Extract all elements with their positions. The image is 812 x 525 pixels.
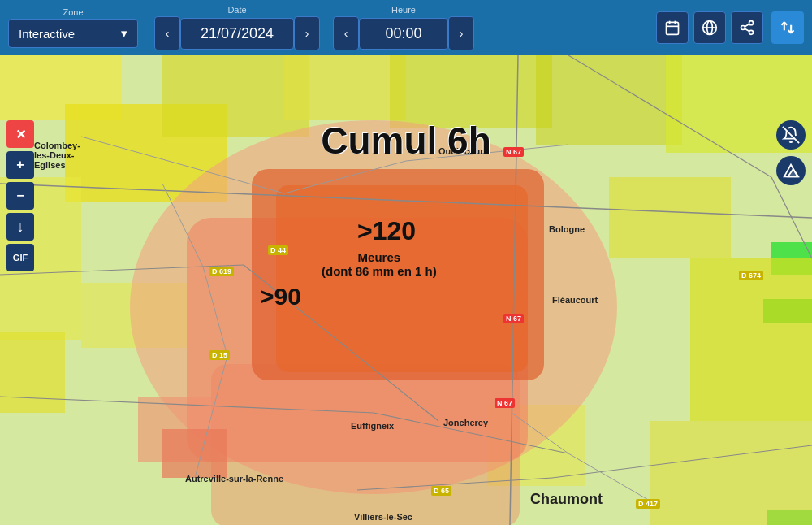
svg-line-10: [745, 28, 749, 31]
svg-rect-36: [162, 429, 227, 478]
date-nav: ‹ 21/07/2024 ›: [154, 16, 320, 50]
calendar-button[interactable]: [656, 11, 689, 44]
svg-rect-26: [609, 177, 731, 258]
date-display: 21/07/2024: [180, 18, 294, 50]
header-actions: [656, 11, 804, 44]
swap-button[interactable]: [771, 11, 804, 44]
zoom-in-button[interactable]: +: [6, 151, 34, 179]
svg-rect-16: [284, 55, 406, 120]
svg-rect-28: [650, 421, 812, 525]
svg-rect-17: [390, 55, 552, 128]
alert-button[interactable]: [776, 120, 806, 150]
calendar-icon: [664, 20, 680, 36]
svg-rect-32: [211, 364, 520, 525]
svg-rect-27: [690, 258, 812, 421]
svg-marker-57: [788, 169, 798, 176]
svg-rect-24: [0, 332, 65, 413]
zone-group: Zone Interactive ▾: [8, 7, 138, 48]
svg-line-11: [745, 24, 749, 26]
alert-icon: [782, 126, 800, 144]
heure-label: Heure: [391, 5, 416, 15]
map-container[interactable]: Cumul 6h Colombey-les-Deux-Eglises Oudin…: [0, 55, 812, 525]
globe-button[interactable]: [693, 11, 726, 44]
zone-label: Zone: [63, 7, 83, 17]
heure-prev-button[interactable]: ‹: [333, 16, 359, 50]
gif-button[interactable]: GIF: [6, 244, 34, 271]
heure-next-button[interactable]: ›: [448, 16, 474, 50]
heure-nav: ‹ 00:00 ›: [333, 16, 474, 50]
download-button[interactable]: ↓: [6, 213, 34, 241]
date-next-button[interactable]: ›: [294, 16, 320, 50]
heure-group: Heure ‹ 00:00 ›: [333, 5, 474, 50]
map-svg: [0, 55, 812, 525]
header-bar: Zone Interactive ▾ Date ‹ 21/07/2024 › H…: [0, 0, 812, 55]
swap-icon: [780, 20, 796, 36]
svg-point-7: [749, 21, 754, 25]
svg-rect-0: [667, 22, 679, 34]
svg-point-9: [749, 30, 754, 34]
share-button[interactable]: [731, 11, 763, 44]
mountain-icon: [782, 162, 800, 180]
zone-selector[interactable]: Interactive ▾: [8, 19, 138, 48]
svg-point-8: [741, 26, 745, 30]
zone-chevron-icon: ▾: [121, 26, 127, 41]
date-prev-button[interactable]: ‹: [154, 16, 180, 50]
globe-icon: [702, 20, 718, 36]
heure-display: 00:00: [359, 18, 448, 50]
svg-line-55: [783, 127, 799, 143]
zoom-out-button[interactable]: −: [6, 182, 34, 210]
right-toolbar: [776, 120, 806, 185]
share-icon: [739, 20, 755, 36]
svg-rect-34: [276, 185, 528, 372]
close-button[interactable]: ✕: [6, 120, 34, 148]
zone-value: Interactive: [19, 27, 75, 41]
date-group: Date ‹ 21/07/2024 ›: [154, 5, 320, 50]
date-label: Date: [227, 5, 246, 15]
terrain-button[interactable]: [776, 156, 806, 185]
svg-rect-18: [536, 55, 682, 145]
left-toolbar: ✕ + − ↓ GIF: [6, 120, 34, 271]
